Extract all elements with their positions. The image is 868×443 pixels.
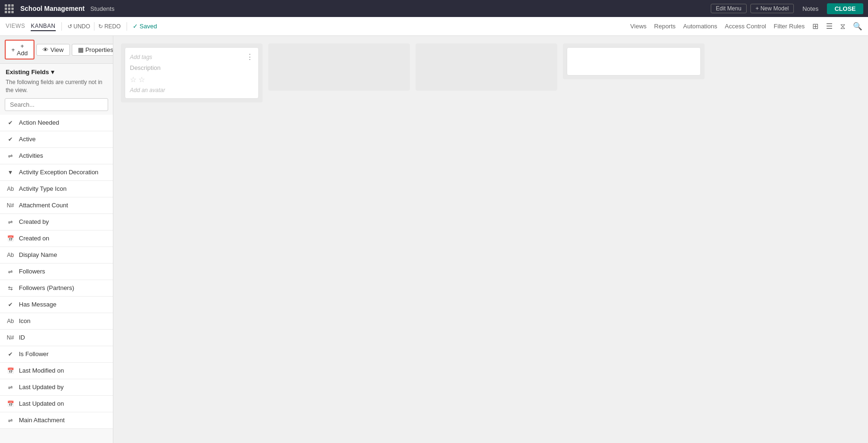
kanban-column-4 <box>563 43 705 79</box>
redo-button[interactable]: ↻ REDO <box>98 23 121 30</box>
tab-kanban[interactable]: KANBAN <box>31 22 55 31</box>
divider2 <box>94 22 94 31</box>
field-icon-checkbox: ✔ <box>6 300 15 309</box>
app-title: School Management <box>20 5 85 12</box>
close-button[interactable]: CLOSE <box>827 3 863 14</box>
field-item-followers-partners[interactable]: ⇆Followers (Partners) <box>0 280 113 297</box>
field-icon-arrows: ⇌ <box>6 383 15 392</box>
field-label: Last Updated by <box>19 383 64 391</box>
divider3 <box>127 22 127 31</box>
edit-menu-button[interactable]: Edit Menu <box>711 4 747 13</box>
second-bar-right: Views Reports Automations Access Control… <box>630 22 862 31</box>
field-item-active[interactable]: ✔Active <box>0 131 113 148</box>
divider <box>61 22 62 31</box>
kanban-column-2 <box>268 43 410 91</box>
automations-link[interactable]: Automations <box>683 23 717 30</box>
field-icon-arrows: ⇌ <box>6 267 15 276</box>
field-item-created-on[interactable]: 📅Created on <box>0 230 113 247</box>
search-button[interactable]: 🔍 <box>853 22 862 31</box>
field-label: Is Follower <box>19 350 49 358</box>
field-item-last-updated-on[interactable]: 📅Last Updated on <box>0 396 113 412</box>
add-button[interactable]: + + Add <box>5 40 34 60</box>
field-item-is-follower[interactable]: ✔Is Follower <box>0 346 113 363</box>
field-item-icon[interactable]: AbIcon <box>0 313 113 330</box>
sidebar-toolbar: + + Add 👁 View ▦ Properties <box>0 36 113 64</box>
notes-button[interactable]: Notes <box>798 4 823 13</box>
field-item-activity-type-icon[interactable]: AbActivity Type Icon <box>0 181 113 197</box>
field-item-main-attachment[interactable]: ⇌Main Attachment <box>0 412 113 429</box>
field-icon-arrows2: ⇆ <box>6 283 15 293</box>
field-item-activities[interactable]: ⇌Activities <box>0 148 113 164</box>
field-label: Last Updated on <box>19 400 64 407</box>
field-item-has-message[interactable]: ✔Has Message <box>0 297 113 313</box>
field-icon-arrows: ⇌ <box>6 217 15 227</box>
field-item-last-updated-by[interactable]: ⇌Last Updated by <box>0 379 113 396</box>
view-tabs: VIEWS KANBAN <box>6 22 56 31</box>
kanban-column-1: Add tags ⋮ Description ☆ ☆ Add an avatar <box>121 43 263 102</box>
field-label: Last Modified on <box>19 367 64 374</box>
top-navigation: School Management Students Edit Menu + N… <box>0 0 868 17</box>
search-input[interactable] <box>5 98 108 111</box>
fields-list: ✔Action Needed✔Active⇌Activities▼Activit… <box>0 115 113 443</box>
access-control-link[interactable]: Access Control <box>725 23 766 30</box>
tab-views[interactable]: VIEWS <box>6 22 25 31</box>
existing-fields-header: Existing Fields ▾ <box>0 64 113 77</box>
views-link[interactable]: Views <box>630 23 647 30</box>
card-description: Description <box>130 64 254 71</box>
add-avatar-label[interactable]: Add an avatar <box>130 87 254 94</box>
field-item-followers[interactable]: ⇌Followers <box>0 264 113 280</box>
nav-right: Edit Menu + New Model Notes CLOSE <box>711 3 863 14</box>
field-label: Activity Exception Decoration <box>19 169 98 176</box>
field-label: Created by <box>19 218 49 225</box>
field-icon-number: N# <box>6 201 15 210</box>
field-label: Created on <box>19 235 49 242</box>
field-icon-arrows: ⇌ <box>6 151 15 161</box>
view-button[interactable]: 👁 View <box>36 44 70 56</box>
app-grid-icon[interactable] <box>5 4 14 13</box>
reports-link[interactable]: Reports <box>654 23 676 30</box>
dropdown-icon[interactable]: ▾ <box>51 68 54 76</box>
sidebar: + + Add 👁 View ▦ Properties Existing Fie… <box>0 36 113 443</box>
undo-redo-group: ↺ UNDO ↻ REDO <box>68 22 121 31</box>
undo-button[interactable]: ↺ UNDO <box>68 23 90 30</box>
star-1-icon[interactable]: ☆ <box>130 76 136 84</box>
second-bar-left: VIEWS KANBAN ↺ UNDO ↻ REDO ✓ Saved <box>6 22 157 31</box>
field-icon-text: Ab <box>6 316 15 326</box>
main-layout: + + Add 👁 View ▦ Properties Existing Fie… <box>0 36 868 443</box>
field-icon-arrows: ⇌ <box>6 416 15 425</box>
card-menu-icon[interactable]: ⋮ <box>246 52 254 61</box>
list-view-button[interactable]: ☰ <box>826 22 833 31</box>
field-label: Main Attachment <box>19 417 65 424</box>
module-link[interactable]: Students <box>88 5 116 12</box>
field-item-activity-exception-decoration[interactable]: ▼Activity Exception Decoration <box>0 164 113 181</box>
saved-status: ✓ Saved <box>133 23 157 30</box>
filter-button[interactable]: ⧖ <box>840 22 845 31</box>
field-label: Action Needed <box>19 119 59 126</box>
field-icon-text: Ab <box>6 250 15 260</box>
field-icon-checkbox: ✔ <box>6 135 15 144</box>
field-icon-checkbox: ✔ <box>6 349 15 359</box>
field-item-attachment-count[interactable]: N#Attachment Count <box>0 197 113 214</box>
field-item-display-name[interactable]: AbDisplay Name <box>0 247 113 264</box>
field-label: Active <box>19 136 35 143</box>
field-item-last-modified-on[interactable]: 📅Last Modified on <box>0 363 113 379</box>
add-tags-label[interactable]: Add tags <box>130 54 152 60</box>
field-icon-text: Ab <box>6 184 15 194</box>
grid-view-button[interactable]: ⊞ <box>812 22 818 31</box>
new-model-button[interactable]: + New Model <box>750 4 794 13</box>
filter-rules-link[interactable]: Filter Rules <box>774 23 805 30</box>
properties-button[interactable]: ▦ Properties <box>72 44 113 56</box>
field-item-action-needed[interactable]: ✔Action Needed <box>0 115 113 131</box>
field-label: Attachment Count <box>19 202 68 209</box>
field-label: ID <box>19 334 25 341</box>
field-icon-calendar: 📅 <box>6 234 15 243</box>
kanban-area: Add tags ⋮ Description ☆ ☆ Add an avatar <box>113 36 868 443</box>
eye-icon: 👁 <box>43 46 49 53</box>
field-icon-calendar: 📅 <box>6 366 15 375</box>
plus-icon: + <box>11 46 15 53</box>
field-item-id[interactable]: N#ID <box>0 330 113 346</box>
field-label: Followers <box>19 268 45 275</box>
field-item-created-by[interactable]: ⇌Created by <box>0 214 113 230</box>
star-2-icon[interactable]: ☆ <box>138 76 145 84</box>
field-label: Display Name <box>19 251 57 258</box>
